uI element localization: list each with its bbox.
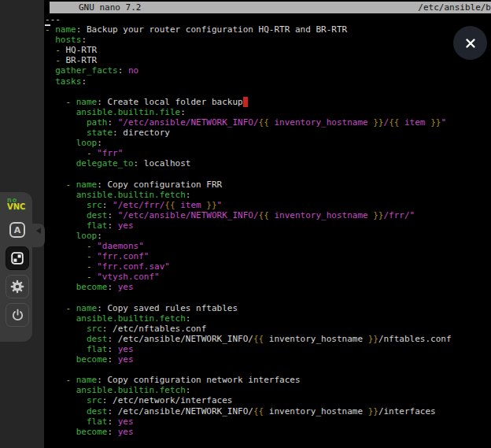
code-line: dest: "/etc/ansible/NETWORK_INFO/{{ inve…: [45, 210, 491, 220]
novnc-logo: no VNC: [7, 198, 32, 211]
fullscreen-button[interactable]: [6, 246, 29, 270]
terminal-window: GNU nano 7.2 /etc/ansible/b ---- name: B…: [44, 0, 491, 448]
settings-button[interactable]: [6, 275, 29, 298]
code-line: become: yes: [45, 354, 491, 365]
code-line: - name: Backup your router configuration…: [45, 24, 491, 35]
code-line: src: /etc/nftables.conf: [45, 324, 491, 334]
code-line: - name: Copy configuration FRR: [45, 180, 491, 190]
code-line: ansible.builtin.fetch:: [45, 385, 491, 395]
code-line: [45, 168, 491, 179]
code-line: - name: Create local folder backup: [45, 97, 491, 107]
keyboard-key-icon: A: [9, 222, 25, 238]
code-line: become: yes: [45, 427, 491, 437]
code-line: tasks:: [45, 76, 491, 87]
code-line: state: directory: [45, 128, 491, 138]
code-line: - "frr": [45, 148, 491, 158]
open-file-path: /etc/ansible/b: [418, 2, 491, 13]
close-icon: [463, 36, 478, 50]
nano-titlebar: GNU nano 7.2 /etc/ansible/b: [50, 2, 491, 13]
extra-keys-button[interactable]: A: [6, 218, 29, 242]
code-line: loop:: [45, 138, 491, 148]
code-line: delegate_to: localhost: [45, 158, 491, 168]
nano-version-label: GNU nano 7.2: [50, 2, 141, 13]
code-line: ---: [45, 14, 491, 24]
code-line: ansible.builtin.file:: [45, 107, 491, 117]
code-line: dest: /etc/ansible/NETWORK_INFO/{{ inven…: [45, 334, 491, 344]
code-line: flat: yes: [45, 220, 491, 231]
fullscreen-icon: [10, 251, 24, 265]
collapse-arrow-icon: [36, 228, 41, 234]
code-line: [45, 87, 491, 97]
code-line: - "daemons": [45, 241, 491, 251]
code-line: - BR-RTR: [45, 55, 491, 65]
code-line: loop:: [45, 231, 491, 241]
control-bar-handle[interactable]: [32, 224, 45, 247]
code-line: ansible.builtin.fetch:: [45, 190, 491, 200]
code-line: path: "/etc/ansible/NETWORK_INFO/{{ inve…: [45, 117, 491, 128]
code-line: src: "/etc/frr/{{ item }}": [45, 200, 491, 210]
code-line: hosts:: [45, 35, 491, 45]
code-line: become: yes: [45, 282, 491, 292]
code-line: gather_facts: no: [45, 65, 491, 76]
code-line: - "frr.conf": [45, 251, 491, 261]
editor-content[interactable]: ---- name: Backup your router configurat…: [44, 14, 491, 448]
power-button[interactable]: [6, 303, 29, 327]
vnc-control-bar: no VNC A: [0, 192, 32, 342]
gear-icon: [9, 279, 25, 294]
code-line: src: /etc/network/interfaces: [45, 395, 491, 405]
code-line: [45, 365, 491, 375]
code-line: dest: /etc/ansible/NETWORK_INFO/{{ inven…: [45, 406, 491, 417]
vnc-sidebar: no VNC A: [0, 0, 44, 448]
power-icon: [10, 308, 25, 323]
novnc-logo-bottom: VNC: [7, 203, 32, 211]
code-line: - "vtysh.conf": [45, 272, 491, 282]
code-line: - "frr.conf.sav": [45, 261, 491, 272]
code-line: - name: Copy configuration network inter…: [45, 375, 491, 385]
code-line: ansible.builtin.fetch:: [45, 313, 491, 324]
code-line: - HQ-RTR: [45, 45, 491, 55]
code-line: flat: yes: [45, 344, 491, 354]
code-line: - name: Copy saved rules nftables: [45, 303, 491, 313]
code-line: [45, 293, 491, 303]
code-line: flat: yes: [45, 417, 491, 427]
close-button[interactable]: [453, 26, 487, 60]
